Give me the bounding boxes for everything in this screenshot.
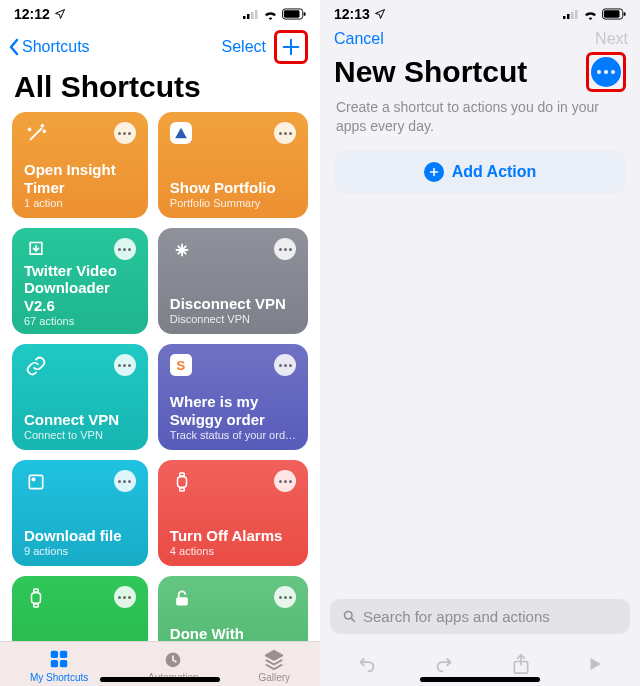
- card-title: Show Portfolio: [170, 179, 296, 196]
- svg-marker-40: [591, 658, 602, 670]
- play-icon[interactable]: [586, 655, 604, 673]
- wifi-icon: [263, 9, 278, 20]
- grid-icon: [48, 648, 70, 670]
- svg-marker-9: [175, 128, 187, 139]
- nav-bar: Shortcuts Select: [0, 24, 320, 68]
- status-icons: [563, 8, 626, 20]
- svg-rect-33: [604, 10, 620, 17]
- watch-icon: [170, 470, 194, 494]
- home-indicator[interactable]: [100, 677, 220, 682]
- redo-icon[interactable]: [433, 653, 455, 675]
- back-label: Shortcuts: [22, 38, 90, 56]
- card-menu-button[interactable]: [114, 470, 136, 492]
- phone-all-shortcuts: 12:12 Shortcuts Select: [0, 0, 320, 686]
- stack-icon: [263, 648, 285, 670]
- svg-rect-23: [51, 651, 58, 658]
- card-title: Open Insight Timer: [24, 161, 136, 196]
- card-subtitle: Portfolio Summary: [170, 197, 296, 210]
- svg-rect-30: [571, 12, 574, 19]
- shortcut-card[interactable]: Turn Off Alarms 4 actions: [158, 460, 308, 566]
- location-arrow-icon: [54, 8, 66, 20]
- shortcut-card[interactable]: Turn On Alarms 4 actions: [12, 576, 148, 641]
- card-menu-button[interactable]: [114, 354, 136, 376]
- svg-rect-25: [51, 660, 58, 667]
- phone-new-shortcut: 12:13 Cancel Next New Shortcut Create a …: [320, 0, 640, 686]
- location-arrow-icon: [374, 8, 386, 20]
- time-text: 12:12: [14, 6, 50, 22]
- svg-rect-28: [563, 16, 566, 19]
- card-title: Download file: [24, 527, 136, 544]
- editor-toolbar: [320, 638, 640, 686]
- svg-rect-2: [251, 12, 254, 19]
- disk-icon: [24, 470, 48, 494]
- svg-rect-16: [177, 477, 186, 488]
- wifi-icon: [583, 9, 598, 20]
- card-menu-button[interactable]: [274, 354, 296, 376]
- battery-icon: [282, 8, 306, 20]
- shortcut-card[interactable]: S Where is my Swiggy order Track status …: [158, 344, 308, 450]
- svg-rect-29: [567, 14, 570, 19]
- add-action-button[interactable]: Add Action: [334, 150, 626, 194]
- shortcut-card[interactable]: Connect VPN Connect to VPN: [12, 344, 148, 450]
- cancel-button[interactable]: Cancel: [328, 30, 384, 48]
- shortcut-card[interactable]: Download file 9 actions: [12, 460, 148, 566]
- link-icon: [24, 354, 48, 378]
- plus-icon: [280, 36, 302, 58]
- card-menu-button[interactable]: [274, 122, 296, 144]
- add-shortcut-button[interactable]: [279, 35, 303, 59]
- card-menu-button[interactable]: [114, 586, 136, 608]
- cellular-icon: [243, 9, 259, 19]
- search-input[interactable]: Search for apps and actions: [330, 599, 630, 634]
- svg-point-15: [32, 478, 35, 481]
- card-menu-button[interactable]: [274, 586, 296, 608]
- shortcut-card[interactable]: Open Insight Timer 1 action: [12, 112, 148, 218]
- home-indicator[interactable]: [420, 677, 540, 682]
- svg-rect-17: [180, 473, 185, 476]
- chevron-left-icon: [8, 38, 20, 56]
- watch-icon: [24, 586, 48, 610]
- battery-icon: [602, 8, 626, 20]
- unlock-icon: [170, 586, 194, 610]
- card-subtitle: 4 actions: [170, 545, 296, 558]
- status-time: 12:13: [334, 6, 386, 22]
- card-menu-button[interactable]: [274, 470, 296, 492]
- shortcut-card[interactable]: Show Portfolio Portfolio Summary: [158, 112, 308, 218]
- highlight-plus: [274, 30, 308, 64]
- status-bar: 12:13: [320, 0, 640, 24]
- tab-label: Gallery: [258, 672, 290, 683]
- shortcut-card[interactable]: Done With Meeting 2 actions: [158, 576, 308, 641]
- card-title: Turn Off Alarms: [170, 527, 296, 544]
- back-button[interactable]: Shortcuts: [8, 38, 90, 56]
- page-title: All Shortcuts: [0, 68, 320, 112]
- svg-rect-24: [60, 651, 67, 658]
- svg-rect-3: [255, 10, 258, 19]
- shortcut-card[interactable]: Disconnect VPN Disconnect VPN: [158, 228, 308, 334]
- cellular-icon: [563, 9, 579, 19]
- options-button[interactable]: [591, 57, 621, 87]
- card-subtitle: Track status of your ord…: [170, 429, 296, 442]
- tab-my-shortcuts[interactable]: My Shortcuts: [30, 648, 88, 683]
- shortcut-card[interactable]: Twitter Video Downloader V2.6 67 actions: [12, 228, 148, 334]
- card-menu-button[interactable]: [114, 238, 136, 260]
- tab-gallery[interactable]: Gallery: [258, 648, 290, 683]
- wand-icon: [24, 122, 48, 146]
- svg-rect-0: [243, 16, 246, 19]
- highlight-ellipsis: [586, 52, 626, 92]
- select-button[interactable]: Select: [222, 38, 266, 56]
- svg-rect-20: [34, 589, 39, 592]
- card-menu-button[interactable]: [274, 238, 296, 260]
- card-subtitle: 1 action: [24, 197, 136, 210]
- portfolio-icon: [170, 122, 192, 144]
- swiggy-icon: S: [170, 354, 192, 376]
- disconnect-icon: [170, 238, 194, 262]
- next-button[interactable]: Next: [595, 30, 628, 48]
- share-icon[interactable]: [511, 652, 531, 676]
- card-menu-button[interactable]: [114, 122, 136, 144]
- svg-rect-31: [575, 10, 578, 19]
- undo-icon[interactable]: [356, 653, 378, 675]
- shortcuts-grid: Open Insight Timer 1 action Show Portfol…: [0, 112, 320, 641]
- card-subtitle: 9 actions: [24, 545, 136, 558]
- card-subtitle: Disconnect VPN: [170, 313, 296, 326]
- svg-rect-6: [304, 12, 306, 16]
- tab-bar: My Shortcuts Automation Gallery: [0, 641, 320, 686]
